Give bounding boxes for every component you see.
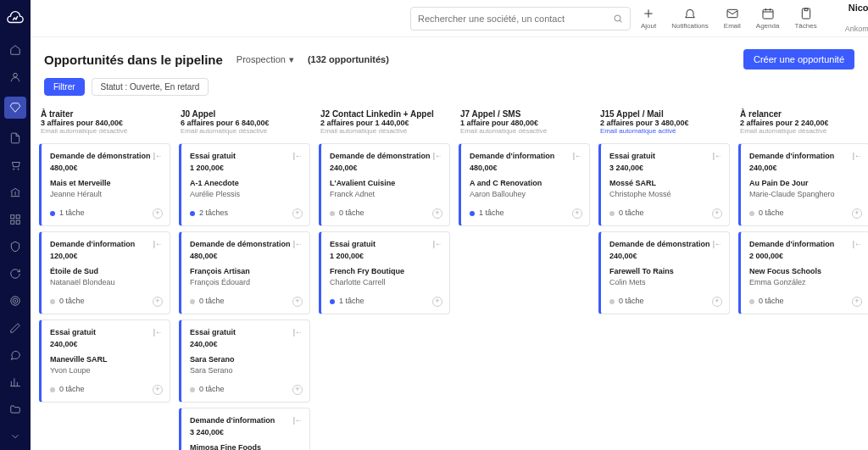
opportunity-card[interactable]: Demande de démonstration|← 240,00€ Farew… <box>598 231 730 314</box>
column-header: J0 Appel 6 affaires pour 6 840,00€ Email… <box>179 106 310 138</box>
card-company: Farewell To Rains <box>609 266 722 277</box>
card-company: Mimosa Fine Foods <box>190 442 303 450</box>
opportunity-card[interactable]: Demande d'information|← 240,00€ Au Pain … <box>738 143 868 226</box>
card-label: Demande de démonstration <box>609 239 710 250</box>
chart-icon[interactable] <box>8 375 23 390</box>
card-move-icon[interactable]: |← <box>853 239 862 250</box>
opportunity-card[interactable]: Essai gratuit|← 3 240,00€ Mossé SARL Chr… <box>598 143 730 226</box>
search-icon <box>613 14 623 24</box>
status-chip[interactable]: Statut : Ouverte, En retard <box>92 78 209 96</box>
opportunity-card[interactable]: Demande de démonstration|← 240,00€ L'Ava… <box>319 143 450 226</box>
card-company: French Fry Boutique <box>330 266 442 277</box>
segment-dropdown[interactable]: Prospection▾ <box>236 54 294 65</box>
card-amount: 480,00€ <box>190 251 303 262</box>
card-add-icon[interactable]: + <box>153 385 163 395</box>
opportunity-card[interactable]: Demande d'information|← 120,00€ Étoile d… <box>39 231 170 314</box>
card-add-icon[interactable]: + <box>432 297 442 307</box>
card-label: Demande de démonstration <box>50 151 151 162</box>
opportunity-card[interactable]: Essai gratuit|← 1 200,00€ French Fry Bou… <box>319 231 450 314</box>
bank-icon[interactable] <box>8 185 23 200</box>
card-add-icon[interactable]: + <box>153 208 163 219</box>
svg-rect-13 <box>802 8 810 19</box>
column-subtitle: 3 affaires pour 840,00€ <box>41 119 169 127</box>
chat-icon[interactable] <box>8 347 23 363</box>
card-contact: Charlotte Carrell <box>330 277 442 288</box>
user-name: Nicolas H. <box>843 3 868 25</box>
user-icon[interactable] <box>8 69 23 85</box>
shield-icon[interactable] <box>8 239 23 254</box>
card-tasks: 1 tâche <box>330 296 364 307</box>
card-contact: Aaron Ballouhey <box>470 189 582 200</box>
card-move-icon[interactable]: |← <box>713 151 722 162</box>
svg-rect-5 <box>11 220 14 224</box>
svg-point-10 <box>615 15 620 21</box>
opportunity-card[interactable]: Demande d'information|← 2 000,00€ New Fo… <box>738 231 868 314</box>
card-tasks: 1 tâche <box>470 208 504 219</box>
card-label: Demande d'information <box>190 415 275 426</box>
kanban-board[interactable]: À traiter 3 affaires pour 840,00€ Email … <box>31 106 868 450</box>
search-box[interactable] <box>410 7 631 31</box>
card-add-icon[interactable]: + <box>292 385 303 395</box>
card-add-icon[interactable]: + <box>712 297 722 307</box>
card-move-icon[interactable]: |← <box>293 415 303 426</box>
target-icon[interactable] <box>8 293 23 308</box>
chevron-down-icon[interactable] <box>8 429 23 444</box>
create-opportunity-button[interactable]: Créer une opportunité <box>743 49 854 69</box>
tasks-button[interactable]: Tâches <box>794 7 816 30</box>
opportunity-card[interactable]: Demande d'information|← 3 240,00€ Mimosa… <box>179 408 310 450</box>
card-add-icon[interactable]: + <box>292 208 303 219</box>
count-text: (132 opportunités) <box>308 54 389 64</box>
filter-chip[interactable]: Filtrer <box>44 78 85 96</box>
card-add-icon[interactable]: + <box>572 208 582 219</box>
card-add-icon[interactable]: + <box>852 208 862 219</box>
svg-rect-12 <box>763 9 773 19</box>
svg-point-1 <box>14 169 14 169</box>
svg-rect-3 <box>11 215 14 219</box>
card-contact: Marie-Claude Spanghero <box>749 189 862 200</box>
card-move-icon[interactable]: |← <box>153 327 163 338</box>
add-button[interactable]: Ajout <box>641 7 656 30</box>
card-amount: 2 000,00€ <box>749 251 862 262</box>
home-icon[interactable] <box>8 42 23 58</box>
logo-icon[interactable] <box>6 8 25 31</box>
card-add-icon[interactable]: + <box>852 297 862 307</box>
card-move-icon[interactable]: |← <box>433 239 442 250</box>
column-subtitle: 2 affaires pour 3 480,00€ <box>600 119 728 127</box>
opportunity-card[interactable]: Essai gratuit|← 1 200,00€ A-1 Anecdote A… <box>179 143 310 226</box>
card-amount: 1 200,00€ <box>190 163 303 174</box>
notifications-button[interactable]: Notifications <box>671 7 709 30</box>
calendar-button[interactable]: Agenda <box>756 7 780 30</box>
card-move-icon[interactable]: |← <box>713 239 722 250</box>
card-add-icon[interactable]: + <box>432 208 442 219</box>
svg-rect-4 <box>16 215 19 219</box>
user-info[interactable]: Nicolas H.Ankomeda <box>843 3 868 34</box>
diamond-icon[interactable] <box>4 97 26 119</box>
refresh-icon[interactable] <box>8 266 23 281</box>
opportunity-card[interactable]: Demande de démonstration|← 480,00€ Mais … <box>39 143 170 226</box>
card-move-icon[interactable]: |← <box>573 151 582 162</box>
card-add-icon[interactable]: + <box>153 297 163 307</box>
opportunity-card[interactable]: Essai gratuit|← 240,00€ Maneville SARL Y… <box>39 319 170 403</box>
card-add-icon[interactable]: + <box>292 297 303 307</box>
email-button[interactable]: Email <box>724 7 741 30</box>
card-move-icon[interactable]: |← <box>293 327 303 338</box>
card-move-icon[interactable]: |← <box>153 151 163 162</box>
pencil-icon[interactable] <box>8 320 23 336</box>
card-move-icon[interactable]: |← <box>853 151 862 162</box>
opportunity-card[interactable]: Essai gratuit|← 240,00€ Sara Serano Sara… <box>179 319 310 403</box>
file-icon[interactable] <box>8 131 23 146</box>
card-contact: Sara Serano <box>190 365 303 376</box>
card-add-icon[interactable]: + <box>712 208 722 219</box>
card-move-icon[interactable]: |← <box>293 239 303 250</box>
card-move-icon[interactable]: |← <box>153 239 163 250</box>
card-contact: Yvon Loupe <box>50 365 163 376</box>
cart-icon[interactable] <box>8 158 23 173</box>
opportunity-card[interactable]: Demande de démonstration|← 480,00€ Franç… <box>179 231 310 314</box>
card-move-icon[interactable]: |← <box>433 151 442 162</box>
grid-icon[interactable] <box>8 212 23 227</box>
search-input[interactable] <box>418 14 613 24</box>
card-tasks: 0 tâche <box>190 384 225 395</box>
card-move-icon[interactable]: |← <box>293 151 303 162</box>
opportunity-card[interactable]: Demande d'information|← 480,00€ A and C … <box>459 143 590 226</box>
folder-icon[interactable] <box>8 402 23 417</box>
